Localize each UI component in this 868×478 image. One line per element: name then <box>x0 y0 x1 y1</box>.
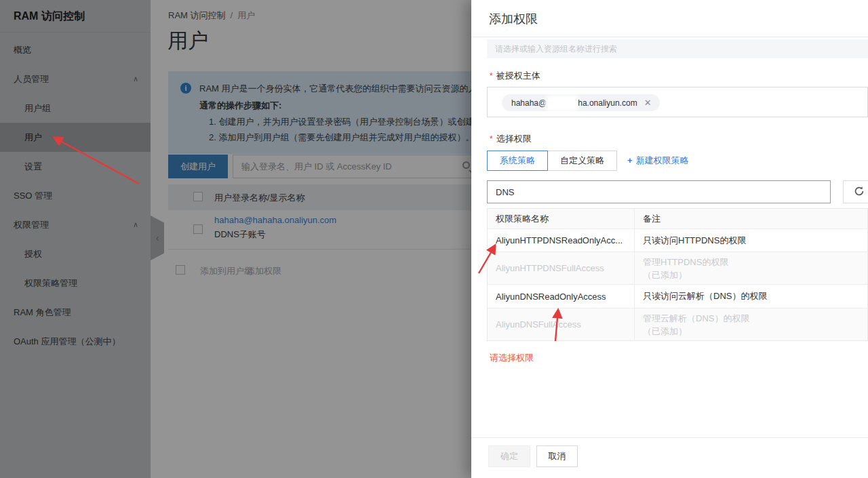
refresh-icon <box>854 186 865 197</box>
modal-overlay[interactable] <box>0 0 471 478</box>
principal-tag-suffix: ha.onaliyun.com <box>578 98 637 108</box>
policy-table: 权限策略名称 备注 AliyunHTTPDNSReadOnlyAcc... 只读… <box>487 208 868 341</box>
tab-custom-policy[interactable]: 自定义策略 <box>547 151 617 171</box>
policy-row-disabled: AliyunHTTPDNSFullAccess 管理HTTPDNS的权限（已添加… <box>488 252 868 285</box>
cancel-button[interactable]: 取消 <box>536 445 578 467</box>
refresh-button[interactable] <box>843 180 868 203</box>
policy-table-header: 权限策略名称 备注 <box>488 209 868 229</box>
close-icon[interactable]: ✕ <box>644 98 652 108</box>
policy-tabs: 系统策略 自定义策略 <box>487 151 617 171</box>
principal-tag-prefix: hahaha@ <box>511 98 547 108</box>
principal-input[interactable]: hahaha@ha.onaliyun.com ✕ <box>487 87 868 117</box>
resource-group-input[interactable] <box>487 39 868 58</box>
confirm-button[interactable]: 确定 <box>488 445 530 467</box>
required-mark: * <box>490 71 493 81</box>
policy-row[interactable]: AliyunDNSReadOnlyAccess 只读访问云解析（DNS）的权限 <box>488 285 868 308</box>
policy-name-header: 权限策略名称 <box>488 209 635 229</box>
tab-system-policy[interactable]: 系统策略 <box>487 151 548 171</box>
page: RAM 访问控制 概览 人员管理∧ 用户组 用户 设置 SSO 管理 权限管理∧… <box>0 0 868 478</box>
add-permission-drawer: 添加权限 *被授权主体 hahaha@ha.onaliyun.com ✕ *选择… <box>471 0 868 478</box>
required-mark: * <box>490 134 493 144</box>
policy-remark-header: 备注 <box>635 209 868 229</box>
drawer-title: 添加权限 <box>489 11 538 27</box>
policy-row[interactable]: AliyunHTTPDNSReadOnlyAcc... 只读访问HTTPDNS的… <box>488 229 868 252</box>
plus-icon: + <box>627 155 633 165</box>
permission-label: *选择权限 <box>490 133 532 145</box>
validation-error: 请选择权限 <box>490 352 534 364</box>
principal-tag: hahaha@ha.onaliyun.com ✕ <box>502 94 660 111</box>
principal-label: *被授权主体 <box>490 70 540 82</box>
drawer-footer-divider <box>471 437 868 438</box>
policy-row-disabled: AliyunDNSFullAccess 管理云解析（DNS）的权限（已添加） <box>488 308 868 341</box>
redaction-blur <box>547 98 577 108</box>
new-policy-link[interactable]: +新建权限策略 <box>627 155 689 167</box>
drawer-header-divider <box>471 37 868 37</box>
policy-search-input[interactable] <box>487 180 831 203</box>
